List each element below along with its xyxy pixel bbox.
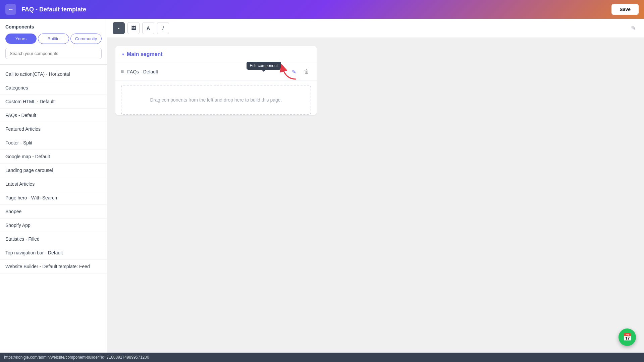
drag-handle-icon[interactable]: ≡ bbox=[121, 69, 124, 75]
page-title: FAQ - Default template bbox=[21, 6, 606, 13]
tab-yours[interactable]: Yours bbox=[5, 34, 37, 44]
page-builder: ▾ Main segment ≡ FAQs - Default Edit com… bbox=[115, 46, 317, 115]
status-bar: https://konigle.com/admin/website/compon… bbox=[0, 353, 644, 362]
segment-toggle-icon[interactable]: ▾ bbox=[122, 52, 124, 57]
text-icon: A bbox=[147, 25, 150, 31]
list-item[interactable]: Website Builder - Default template: Feed bbox=[0, 260, 107, 274]
block-icon: ▪ bbox=[118, 25, 120, 31]
list-item[interactable]: Shopee bbox=[0, 205, 107, 219]
main-layout: Components Yours Builtin Community Call … bbox=[0, 19, 644, 362]
list-item[interactable]: Custom HTML - Default bbox=[0, 95, 107, 109]
tooltip-arrow bbox=[262, 70, 266, 72]
italic-icon: I bbox=[162, 25, 164, 31]
segment-header: ▾ Main segment bbox=[115, 46, 317, 63]
list-item[interactable]: Page hero - With-Search bbox=[0, 191, 107, 205]
component-list: Call to action(CTA) - HorizontalCategori… bbox=[0, 65, 107, 362]
status-url: https://konigle.com/admin/website/compon… bbox=[4, 355, 149, 360]
toolbar: ▪ 🖼 A I ✎ bbox=[107, 19, 644, 38]
block-tool-button[interactable]: ▪ bbox=[113, 22, 125, 34]
delete-icon: 🗑 bbox=[304, 69, 309, 75]
component-row: ≡ FAQs - Default Edit component bbox=[115, 63, 317, 81]
sidebar: Components Yours Builtin Community Call … bbox=[0, 19, 107, 362]
segment-title: Main segment bbox=[127, 51, 163, 57]
edit-icon: ✎ bbox=[292, 69, 296, 75]
search-input[interactable] bbox=[5, 48, 102, 59]
list-item[interactable]: Latest Articles bbox=[0, 177, 107, 191]
back-button[interactable]: ← bbox=[5, 4, 16, 15]
header: ← FAQ - Default template Save bbox=[0, 0, 644, 19]
image-tool-button[interactable]: 🖼 bbox=[127, 22, 140, 34]
tooltip-box: Edit component bbox=[247, 62, 281, 70]
list-item[interactable]: FAQs - Default bbox=[0, 109, 107, 122]
italic-tool-button[interactable]: I bbox=[157, 22, 169, 34]
sidebar-section-title: Components bbox=[5, 24, 102, 29]
tooltip-text: Edit component bbox=[250, 63, 278, 68]
delete-component-button[interactable]: 🗑 bbox=[302, 67, 311, 76]
canvas-area: ▪ 🖼 A I ✎ ▾ Main segment bbox=[107, 19, 644, 362]
edit-component-button[interactable]: ✎ bbox=[289, 67, 299, 76]
list-item[interactable]: Google map - Default bbox=[0, 150, 107, 164]
list-item[interactable]: Landing page carousel bbox=[0, 164, 107, 177]
fab-icon: 📅 bbox=[623, 333, 632, 342]
save-button[interactable]: Save bbox=[611, 4, 639, 15]
image-icon: 🖼 bbox=[131, 25, 136, 31]
edit-canvas-button[interactable]: ✎ bbox=[628, 23, 639, 34]
list-item[interactable]: Categories bbox=[0, 81, 107, 95]
tab-community[interactable]: Community bbox=[70, 34, 102, 44]
tab-group: Yours Builtin Community bbox=[5, 34, 102, 44]
text-tool-button[interactable]: A bbox=[142, 22, 154, 34]
list-item[interactable]: Call to action(CTA) - Horizontal bbox=[0, 67, 107, 81]
list-item[interactable]: Footer - Split bbox=[0, 136, 107, 150]
tab-builtin[interactable]: Builtin bbox=[38, 34, 69, 44]
drop-zone: Drag components from the left and drop h… bbox=[121, 85, 311, 115]
edit-canvas-icon: ✎ bbox=[631, 24, 636, 32]
list-item[interactable]: Statistics - Filled bbox=[0, 232, 107, 246]
fab-button[interactable]: 📅 bbox=[619, 328, 636, 346]
canvas-content: ▾ Main segment ≡ FAQs - Default Edit com… bbox=[107, 38, 644, 362]
back-icon: ← bbox=[8, 6, 14, 13]
list-item[interactable]: Top navigation bar - Default bbox=[0, 246, 107, 260]
sidebar-header: Components Yours Builtin Community bbox=[0, 19, 107, 65]
list-item[interactable]: Shopify App bbox=[0, 219, 107, 232]
list-item[interactable]: Featured Articles bbox=[0, 122, 107, 136]
drop-zone-text: Drag components from the left and drop h… bbox=[150, 97, 282, 103]
